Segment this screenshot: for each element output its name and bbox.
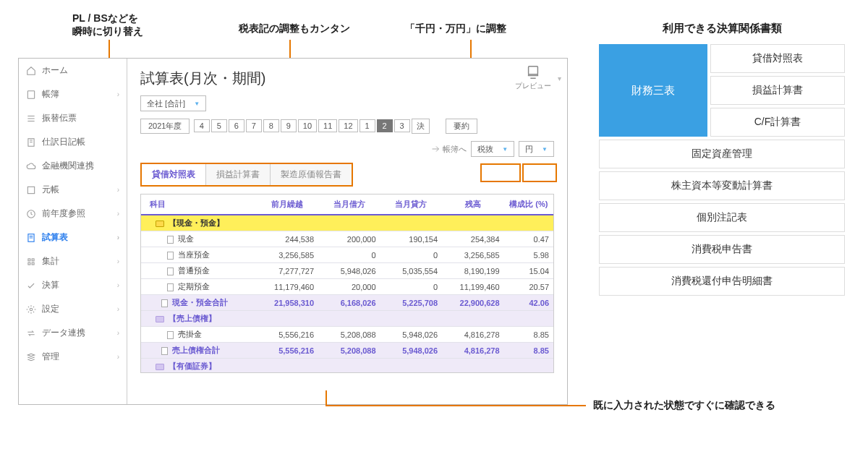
- doc-card[interactable]: 固定資産管理: [599, 140, 845, 168]
- tab-1[interactable]: 損益計算書: [206, 164, 271, 185]
- sidebar-item-9[interactable]: 決算›: [19, 273, 127, 297]
- month-btn-決[interactable]: 決: [412, 119, 430, 134]
- check-icon: [26, 281, 36, 291]
- tab-0[interactable]: 貸借対照表: [142, 164, 206, 185]
- doc-card[interactable]: C/F計算書: [710, 108, 845, 137]
- sidebar-item-3[interactable]: 仕訳日記帳: [19, 130, 127, 154]
- svg-rect-7: [28, 262, 30, 265]
- table-row[interactable]: 売上債権合計5,556,2165,208,0885,948,0264,816,2…: [141, 343, 553, 359]
- tab-2[interactable]: 製造原価報告書: [271, 164, 352, 185]
- chevron-right-icon: ›: [117, 353, 119, 361]
- sidebar: ホーム帳簿›振替伝票仕訳日記帳金融機関連携元帳›前年度参照›試算表›集計›決算›…: [19, 59, 127, 404]
- month-btn-10[interactable]: 10: [298, 119, 317, 132]
- page-icon: [167, 331, 174, 339]
- month-btn-1[interactable]: 1: [359, 119, 375, 132]
- sidebar-item-5[interactable]: 元帳›: [19, 178, 127, 202]
- month-strip: 2021年度 456789101112123決 要約: [140, 119, 557, 134]
- journal-icon: [26, 137, 36, 147]
- sidebar-item-11[interactable]: データ連携›: [19, 321, 127, 345]
- main-area: 試算表(月次・期間) プレビュー ▾ 全社 [合計]▼ 2021年度 45678…: [127, 59, 567, 404]
- doc-card[interactable]: 消費税申告書: [599, 235, 845, 264]
- preview-button[interactable]: プレビュー: [515, 64, 551, 90]
- table-row[interactable]: 売掛金5,556,2165,208,0885,948,0264,816,2788…: [141, 327, 553, 343]
- table-row[interactable]: 普通預金7,277,7275,948,0265,035,5548,190,199…: [141, 263, 553, 279]
- table-row[interactable]: 定期預金11,179,46020,000011,199,46020.57: [141, 279, 553, 295]
- month-btn-7[interactable]: 7: [246, 119, 262, 132]
- month-btn-6[interactable]: 6: [229, 119, 244, 132]
- month-btn-8[interactable]: 8: [263, 119, 279, 132]
- col-header: 構成比 (%): [504, 194, 553, 215]
- chevron-right-icon: ›: [117, 186, 119, 194]
- book-icon: [26, 90, 36, 100]
- sidebar-item-6[interactable]: 前年度参照›: [19, 202, 127, 226]
- doc-card[interactable]: 消費税還付申告明細書: [599, 267, 845, 296]
- svg-rect-1: [28, 138, 34, 146]
- home-icon: [26, 66, 36, 76]
- col-header: 残高: [442, 194, 504, 215]
- sidebar-item-7[interactable]: 試算表›: [19, 226, 127, 249]
- doc-card[interactable]: 貸借対照表: [710, 44, 845, 73]
- sidebar-item-0[interactable]: ホーム: [19, 59, 127, 82]
- sidebar-item-12[interactable]: 管理›: [19, 345, 127, 369]
- docs-big-card[interactable]: 財務三表: [599, 44, 707, 137]
- month-btn-2[interactable]: 2: [377, 119, 393, 132]
- table-row[interactable]: 【現金・預金】: [141, 215, 553, 231]
- table-row[interactable]: 現金・預金合計21,958,3106,168,0265,225,70822,90…: [141, 295, 553, 311]
- gear-icon: [26, 304, 36, 315]
- col-header: 当月借方: [318, 194, 380, 215]
- sidebar-item-2[interactable]: 振替伝票: [19, 106, 127, 130]
- chevron-right-icon: ›: [117, 281, 119, 289]
- page-title: 試算表(月次・期間): [140, 69, 557, 88]
- page-icon: [167, 252, 174, 260]
- svg-rect-0: [27, 90, 34, 98]
- table-row[interactable]: 【売上債権】: [141, 311, 553, 327]
- cloud-icon: [26, 161, 36, 171]
- to-ledger-link[interactable]: 帳簿へ: [431, 144, 467, 155]
- doc-card[interactable]: 株主資本等変動計算書: [599, 171, 845, 200]
- chevron-right-icon: ›: [117, 305, 119, 313]
- unit-select[interactable]: 円▼: [519, 141, 554, 157]
- month-btn-12[interactable]: 12: [339, 119, 357, 132]
- month-btn-9[interactable]: 9: [281, 119, 297, 132]
- app-window: ホーム帳簿›振替伝票仕訳日記帳金融機関連携元帳›前年度参照›試算表›集計›決算›…: [18, 58, 568, 405]
- chevron-down-icon[interactable]: ▾: [558, 74, 561, 82]
- sidebar-item-1[interactable]: 帳簿›: [19, 82, 127, 106]
- list-icon: [26, 114, 36, 124]
- page-icon: [161, 299, 168, 307]
- ledger-icon: [26, 185, 36, 195]
- chevron-right-icon: ›: [117, 329, 119, 337]
- callout-bottom: 既に入力された状態ですぐに確認できる: [593, 399, 839, 426]
- svg-point-9: [30, 308, 33, 311]
- year-button[interactable]: 2021年度: [140, 119, 190, 134]
- svg-rect-5: [28, 258, 30, 260]
- doc-icon: [26, 233, 36, 243]
- table-row[interactable]: 現金244,538200,000190,154254,3840.47: [141, 231, 553, 247]
- table-row[interactable]: 当座預金3,256,585003,256,5855.98: [141, 247, 553, 263]
- stage: PL / BSなどを 瞬時に切り替え 税表記の調整もカンタン 「千円・万円」に調…: [0, 0, 868, 449]
- folder-icon: [156, 221, 164, 227]
- sidebar-item-10[interactable]: 設定›: [19, 297, 127, 321]
- doc-card[interactable]: 個別注記表: [599, 203, 845, 232]
- sidebar-item-8[interactable]: 集計›: [19, 249, 127, 273]
- sum-icon: [26, 257, 36, 267]
- page-icon: [167, 236, 174, 244]
- month-btn-5[interactable]: 5: [211, 119, 227, 132]
- chevron-right-icon: ›: [117, 234, 119, 241]
- svg-rect-2: [27, 187, 34, 193]
- table-row[interactable]: 【有価証券】: [141, 359, 553, 374]
- company-selector[interactable]: 全社 [合計]▼: [140, 95, 206, 111]
- trial-balance-table: 科目前月繰越当月借方当月貸方残高構成比 (%) 【現金・預金】現金244,538…: [141, 194, 553, 373]
- month-btn-11[interactable]: 11: [318, 119, 337, 132]
- month-btn-4[interactable]: 4: [194, 119, 210, 132]
- summary-button[interactable]: 要約: [446, 119, 477, 134]
- sidebar-item-4[interactable]: 金融機関連携: [19, 154, 127, 178]
- month-btn-3[interactable]: 3: [394, 119, 410, 132]
- doc-card[interactable]: 損益計算書: [710, 76, 845, 105]
- page-icon: [167, 283, 174, 291]
- page-icon: [161, 347, 168, 355]
- report-tabs: 貸借対照表損益計算書製造原価報告書: [140, 163, 353, 187]
- tax-select[interactable]: 税抜▼: [471, 141, 514, 157]
- chevron-right-icon: ›: [117, 210, 119, 218]
- stack-icon: [26, 352, 36, 362]
- docs-title: 利用できる決算関係書類: [599, 22, 845, 35]
